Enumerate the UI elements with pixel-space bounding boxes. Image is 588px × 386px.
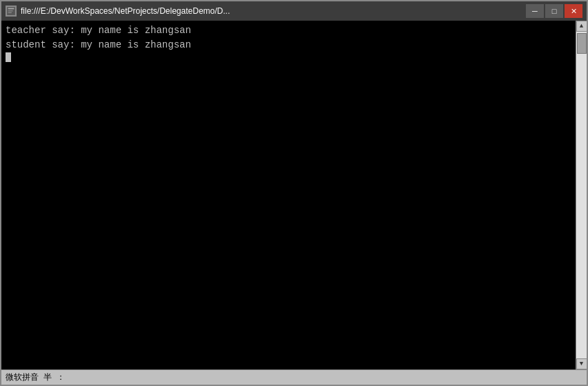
ime-status: 微软拼音 半 ： xyxy=(6,372,65,383)
window-title: file:///E:/DevWorkSpaces/NetProjects/Del… xyxy=(21,6,230,16)
status-bar: 微软拼音 半 ： xyxy=(1,369,587,385)
minimize-button[interactable]: ─ xyxy=(526,4,544,18)
close-button[interactable]: ✕ xyxy=(565,4,582,18)
console-line-2: student say: my name is zhangsan xyxy=(6,38,571,52)
title-bar-left: file:///E:/DevWorkSpaces/NetProjects/Del… xyxy=(6,6,230,17)
window-body: teacher say: my name is zhangsan student… xyxy=(1,21,587,369)
scrollbar[interactable]: ▲ ▼ xyxy=(576,21,587,369)
scroll-track[interactable] xyxy=(576,32,587,358)
title-bar: file:///E:/DevWorkSpaces/NetProjects/Del… xyxy=(1,1,587,21)
text-cursor xyxy=(6,52,11,62)
console-line-1: teacher say: my name is zhangsan xyxy=(6,23,571,38)
scroll-up-button[interactable]: ▲ xyxy=(576,21,587,32)
scroll-thumb[interactable] xyxy=(577,33,587,54)
svg-rect-2 xyxy=(8,10,13,11)
main-window: file:///E:/DevWorkSpaces/NetProjects/Del… xyxy=(0,0,588,386)
cursor-line xyxy=(6,52,571,62)
maximize-button[interactable]: □ xyxy=(545,4,563,18)
console-area: teacher say: my name is zhangsan student… xyxy=(1,21,576,369)
app-icon xyxy=(6,6,17,17)
scroll-down-button[interactable]: ▼ xyxy=(576,358,587,369)
svg-rect-3 xyxy=(8,12,12,13)
window-controls: ─ □ ✕ xyxy=(526,4,582,18)
svg-rect-1 xyxy=(8,8,14,10)
